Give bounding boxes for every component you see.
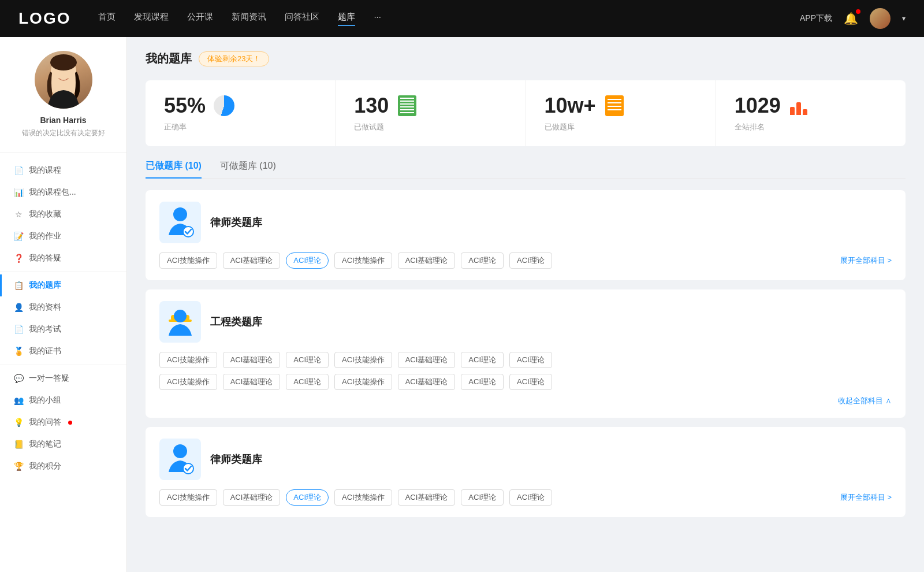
tab-available-banks[interactable]: 可做题库 (10) (220, 160, 276, 178)
nav-open-course[interactable]: 公开课 (187, 12, 213, 26)
stat-value-banks: 10w+ (545, 95, 596, 116)
tag-eng-2-5[interactable]: ACI理论 (461, 374, 504, 390)
stat-done-banks: 10w+ 已做题库 (526, 80, 716, 146)
cert-icon: 🏅 (14, 347, 23, 356)
tag-eng-2-6[interactable]: ACI理论 (509, 374, 552, 390)
nav-discover[interactable]: 发现课程 (134, 12, 169, 26)
sidebar-item-profile[interactable]: 👤 我的资料 (0, 296, 126, 318)
tag-eng-2-3[interactable]: ACI技能操作 (334, 374, 392, 390)
notification-bell[interactable]: 🔔 (844, 12, 858, 25)
sidebar-item-qbank[interactable]: 📋 我的题库 (0, 274, 126, 296)
stat-top-banks: 10w+ (545, 94, 697, 117)
expand-link-lawyer-1[interactable]: 展开全部科目 > (840, 255, 892, 266)
tag-eng-2-1[interactable]: ACI基础理论 (223, 374, 281, 390)
qbank-title-lawyer-2: 律师类题库 (210, 452, 262, 466)
tag-eng-1-4[interactable]: ACI基础理论 (398, 352, 456, 368)
nav-more[interactable]: ··· (374, 12, 381, 26)
nav-question-bank[interactable]: 题库 (338, 12, 355, 26)
tabs-row: 已做题库 (10) 可做题库 (10) (146, 160, 906, 179)
tag-eng-1-2[interactable]: ACI理论 (286, 352, 329, 368)
tag-eng-1-0[interactable]: ACI技能操作 (159, 352, 217, 368)
avatar[interactable] (870, 8, 891, 29)
collapse-link-engineer[interactable]: 收起全部科目 ∧ (159, 396, 892, 406)
tag-eng-1-1[interactable]: ACI基础理论 (223, 352, 281, 368)
tag-lawyer-1-5[interactable]: ACI理论 (461, 252, 504, 269)
tag-lawyer-1-0[interactable]: ACI技能操作 (159, 252, 217, 269)
tags-row-lawyer-2: ACI技能操作 ACI基础理论 ACI理论 ACI技能操作 ACI基础理论 AC… (159, 489, 892, 506)
tag-lawyer-1-2[interactable]: ACI理论 (286, 252, 329, 269)
sidebar-item-groups[interactable]: 👥 我的小组 (0, 389, 126, 411)
tags-row-lawyer-1: ACI技能操作 ACI基础理论 ACI理论 ACI技能操作 ACI基础理论 AC… (159, 252, 892, 269)
expand-link-lawyer-2[interactable]: 展开全部科目 > (840, 492, 892, 503)
file-icon: 📄 (14, 166, 23, 175)
app-download-button[interactable]: APP下载 (800, 13, 832, 24)
tag-lawyer-1-3[interactable]: ACI技能操作 (334, 252, 392, 269)
qbank-card-engineer: 工程类题库 ACI技能操作 ACI基础理论 ACI理论 ACI技能操作 ACI基… (146, 289, 906, 418)
tags-row-engineer-1: ACI技能操作 ACI基础理论 ACI理论 ACI技能操作 ACI基础理论 AC… (159, 352, 892, 368)
nav-links: 首页 发现课程 公开课 新闻资讯 问答社区 题库 ··· (98, 12, 800, 26)
tag-lawyer-1-4[interactable]: ACI基础理论 (398, 252, 456, 269)
tag-lawyer-2-0[interactable]: ACI技能操作 (159, 489, 217, 506)
star-icon: ☆ (14, 210, 23, 219)
stat-ranking: 1029 全站排名 (716, 80, 906, 146)
sidebar-item-notes[interactable]: 📒 我的笔记 (0, 433, 126, 455)
tag-lawyer-1-6[interactable]: ACI理论 (509, 252, 552, 269)
tag-lawyer-2-2[interactable]: ACI理论 (286, 489, 329, 506)
sidebar-item-courses[interactable]: 📄 我的课程 (0, 159, 126, 181)
sidebar-item-favorites[interactable]: ☆ 我的收藏 (0, 203, 126, 225)
tag-eng-2-2[interactable]: ACI理论 (286, 374, 329, 390)
stat-accuracy: 55% 正确率 (146, 80, 336, 146)
qbank-title-lawyer-1: 律师类题库 (210, 216, 262, 229)
group-icon: 👥 (14, 396, 23, 405)
stat-label-done: 已做试题 (354, 122, 506, 132)
sidebar-item-course-packages[interactable]: 📊 我的课程包... (0, 181, 126, 203)
svg-point-2 (173, 207, 187, 221)
qa-red-dot (68, 421, 72, 425)
main-container: Brian Harris 错误的决定比没有决定要好 📄 我的课程 📊 我的课程包… (0, 37, 924, 572)
sidebar-item-my-qa[interactable]: 💡 我的问答 (0, 411, 126, 433)
content-area: 我的题库 体验剩余23天！ 55% 正确率 130 (127, 37, 924, 572)
tag-eng-1-6[interactable]: ACI理论 (509, 352, 552, 368)
stat-value-done: 130 (354, 95, 389, 116)
tag-lawyer-2-4[interactable]: ACI基础理论 (398, 489, 456, 506)
notification-badge (856, 9, 860, 14)
doc-icon: 📄 (14, 325, 23, 334)
tag-eng-1-5[interactable]: ACI理论 (461, 352, 504, 368)
tag-lawyer-2-6[interactable]: ACI理论 (509, 489, 552, 506)
sidebar-item-points[interactable]: 🏆 我的积分 (0, 455, 126, 477)
qbank-icon-lawyer-2 (159, 439, 201, 480)
note-icon: 📒 (14, 440, 23, 449)
tag-lawyer-2-5[interactable]: ACI理论 (461, 489, 504, 506)
tag-lawyer-1-1[interactable]: ACI基础理论 (223, 252, 281, 269)
sidebar-item-certificates[interactable]: 🏅 我的证书 (0, 340, 126, 362)
stat-label-ranking: 全站排名 (735, 122, 887, 132)
sidebar-profile: Brian Harris 错误的决定比没有决定要好 (0, 51, 126, 153)
book-icon (396, 94, 419, 117)
svg-point-6 (174, 310, 187, 322)
tag-eng-2-4[interactable]: ACI基础理论 (398, 374, 456, 390)
sidebar-item-homework[interactable]: 📝 我的作业 (0, 225, 126, 247)
nav-news[interactable]: 新闻资讯 (232, 12, 266, 26)
navbar-right: APP下载 🔔 ▾ (800, 8, 906, 29)
chevron-down-icon[interactable]: ▾ (902, 14, 906, 23)
sidebar-item-questions[interactable]: ❓ 我的答疑 (0, 247, 126, 269)
divider-2 (0, 365, 126, 365)
tag-lawyer-2-1[interactable]: ACI基础理论 (223, 489, 281, 506)
nav-home[interactable]: 首页 (98, 12, 116, 26)
assignment-icon: 📝 (14, 232, 23, 241)
question-icon: ❓ (14, 254, 23, 263)
tab-done-banks[interactable]: 已做题库 (10) (146, 160, 202, 178)
chat-icon: 💬 (14, 374, 23, 383)
page-header: 我的题库 体验剩余23天！ (146, 51, 906, 66)
stat-value-ranking: 1029 (735, 95, 781, 116)
sidebar-item-tutoring[interactable]: 💬 一对一答疑 (0, 367, 126, 389)
tag-eng-1-3[interactable]: ACI技能操作 (334, 352, 392, 368)
nav-qa[interactable]: 问答社区 (285, 12, 319, 26)
tag-lawyer-2-3[interactable]: ACI技能操作 (334, 489, 392, 506)
sidebar-item-exams[interactable]: 📄 我的考试 (0, 318, 126, 340)
avatar-image (35, 51, 92, 109)
stat-top-done: 130 (354, 94, 506, 117)
user-motto: 错误的决定比没有决定要好 (9, 128, 117, 138)
logo[interactable]: LOGO (18, 9, 70, 28)
tag-eng-2-0[interactable]: ACI技能操作 (159, 374, 217, 390)
